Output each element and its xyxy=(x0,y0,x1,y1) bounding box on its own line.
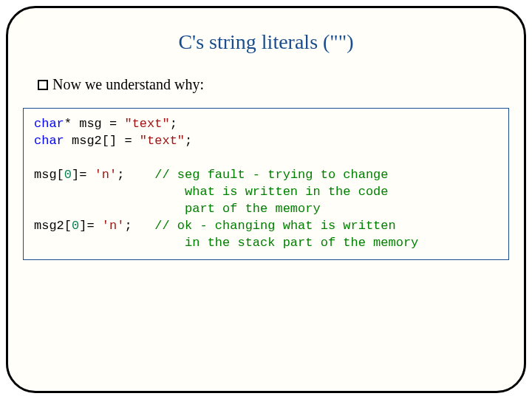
keyword: char xyxy=(34,117,64,131)
code-line-blank xyxy=(34,150,498,167)
code-text: ]= xyxy=(79,219,102,233)
code-line: part of the memory xyxy=(34,201,498,218)
code-text: ]= xyxy=(72,168,95,182)
comment: // seg fault - trying to change xyxy=(154,168,388,182)
char-literal: 'n' xyxy=(95,168,117,182)
code-line: msg[0]= 'n'; // seg fault - trying to ch… xyxy=(34,167,498,184)
char-literal: 'n' xyxy=(102,219,125,233)
square-bullet-icon xyxy=(38,80,48,90)
code-block: char* msg = "text"; char msg2[] = "text"… xyxy=(23,108,509,260)
code-text xyxy=(34,236,185,250)
code-line: in the stack part of the memory xyxy=(34,235,498,252)
code-line: what is written in the code xyxy=(34,184,498,201)
keyword: char xyxy=(34,134,64,148)
number-literal: 0 xyxy=(64,168,72,182)
code-text xyxy=(34,185,185,199)
code-text: ; xyxy=(185,134,192,148)
code-line: char* msg = "text"; xyxy=(34,116,498,133)
code-text: msg[ xyxy=(34,168,64,182)
code-text: ; xyxy=(117,168,154,182)
bullet-text: Now we understand why: xyxy=(52,76,204,93)
bullet-line: Now we understand why: xyxy=(38,76,494,93)
comment: what is written in the code xyxy=(185,185,388,199)
code-line: msg2[0]= 'n'; // ok - changing what is w… xyxy=(34,218,498,235)
comment: part of the memory xyxy=(185,202,321,216)
string-literal: "text" xyxy=(140,134,185,148)
code-text: ; xyxy=(170,117,177,131)
number-literal: 0 xyxy=(72,219,79,233)
code-line: char msg2[] = "text"; xyxy=(34,133,498,150)
code-text: msg2[ xyxy=(34,219,72,233)
string-literal: "text" xyxy=(124,117,169,131)
comment: // ok - changing what is written xyxy=(154,219,395,233)
code-text: ; xyxy=(124,219,154,233)
comment: in the stack part of the memory xyxy=(185,236,418,250)
code-text: * msg = xyxy=(64,117,125,131)
code-text xyxy=(34,202,185,216)
slide-frame: C's string literals ("") Now we understa… xyxy=(6,6,526,393)
code-text: msg2[] = xyxy=(64,134,140,148)
slide-title: C's string literals ("") xyxy=(38,30,494,54)
